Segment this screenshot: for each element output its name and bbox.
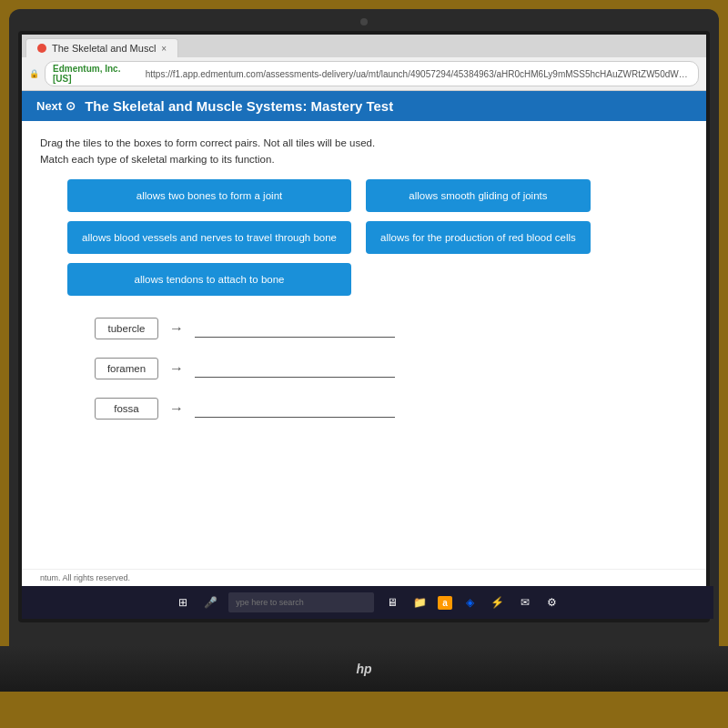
tile-tendons[interactable]: allows tendons to attach to bone xyxy=(67,263,351,296)
camera-dot xyxy=(360,18,368,25)
match-arrow-foramen: → xyxy=(169,360,184,377)
next-button[interactable]: Next ⊙ xyxy=(36,99,76,113)
screen-bezel: The Skeletal and Muscl × 🔒 Edmentum, Inc… xyxy=(18,31,710,622)
url-input[interactable]: Edmentum, Inc. [US] https://f1.app.edmen… xyxy=(45,61,699,86)
instruction-line1: Drag the tiles to the boxes to form corr… xyxy=(40,137,688,148)
tiles-container: allows two bones to form a joint allows … xyxy=(67,179,688,296)
app-header: Next ⊙ The Skeletal and Muscle Systems: … xyxy=(22,91,706,121)
match-row-tubercle: tubercle → xyxy=(95,318,688,339)
browser-tab-active[interactable]: The Skeletal and Muscl × xyxy=(25,38,178,57)
match-label-foramen: foramen xyxy=(95,358,158,379)
left-tiles-column: allows two bones to form a joint allows … xyxy=(67,179,351,296)
instruction-line2: Match each type of skeletal marking to i… xyxy=(40,154,688,165)
match-label-tubercle: tubercle xyxy=(95,318,158,339)
match-row-foramen: foramen → xyxy=(95,358,688,379)
taskbar-settings-icon[interactable]: ⚙ xyxy=(543,593,561,612)
match-arrow-tubercle: → xyxy=(169,320,184,337)
tile-smooth-gliding[interactable]: allows smooth gliding of joints xyxy=(366,179,591,212)
match-label-fossa: fossa xyxy=(95,398,158,420)
taskbar-browser-icon[interactable]: 🖥 xyxy=(383,593,401,612)
taskbar-email-icon[interactable]: ✉ xyxy=(516,593,534,612)
tab-favicon xyxy=(37,44,46,53)
browser-tabs: The Skeletal and Muscl × xyxy=(22,35,706,57)
match-row-fossa: fossa → xyxy=(95,398,688,420)
match-arrow-fossa: → xyxy=(169,400,184,417)
taskbar-bolt-icon[interactable]: ⚡ xyxy=(489,593,507,612)
match-area: tubercle → foramen → fossa → xyxy=(95,318,688,420)
tile-blood-vessels[interactable]: allows blood vessels and nerves to trave… xyxy=(67,221,351,254)
tile-red-blood-cells[interactable]: allows for the production of red blood c… xyxy=(366,221,591,254)
tab-title: The Skeletal and Muscl xyxy=(52,43,156,54)
lock-icon: 🔒 xyxy=(29,69,39,78)
page-title: The Skeletal and Muscle Systems: Mastery… xyxy=(85,98,393,114)
hp-logo: hp xyxy=(356,662,371,676)
taskbar-search-input[interactable] xyxy=(228,592,374,612)
taskbar-dropbox-icon[interactable]: ◈ xyxy=(461,593,480,612)
main-content: Drag the tiles to the boxes to form corr… xyxy=(22,121,706,569)
taskbar-windows-icon[interactable]: ⊞ xyxy=(174,593,192,612)
url-text: https://f1.app.edmentum.com/assessments-… xyxy=(146,69,691,79)
laptop-outer: The Skeletal and Muscl × 🔒 Edmentum, Inc… xyxy=(9,9,719,646)
match-drop-foramen[interactable] xyxy=(195,359,395,378)
match-drop-tubercle[interactable] xyxy=(195,319,395,338)
tile-two-bones[interactable]: allows two bones to form a joint xyxy=(67,179,351,212)
right-tiles-column: allows smooth gliding of joints allows f… xyxy=(366,179,591,296)
page-footer: ntum. All rights reserved. xyxy=(22,569,706,586)
screen: The Skeletal and Muscl × 🔒 Edmentum, Inc… xyxy=(22,35,706,586)
next-label: Next xyxy=(36,99,62,113)
next-icon: ⊙ xyxy=(66,99,76,113)
tab-close-icon[interactable]: × xyxy=(161,44,167,54)
browser-url-bar: 🔒 Edmentum, Inc. [US] https://f1.app.edm… xyxy=(22,57,706,90)
match-drop-fossa[interactable] xyxy=(195,399,395,418)
browser-chrome: The Skeletal and Muscl × 🔒 Edmentum, Inc… xyxy=(22,35,706,91)
taskbar-folder-icon[interactable]: 📁 xyxy=(410,593,429,612)
laptop-base: hp xyxy=(0,646,728,692)
taskbar-amazon-icon[interactable]: a xyxy=(438,596,452,610)
footer-copyright: ntum. All rights reserved. xyxy=(40,573,130,582)
site-label: Edmentum, Inc. [US] xyxy=(53,64,142,84)
taskbar: ⊞ 🎤 🖥 📁 a ◈ ⚡ ✉ ⚙ xyxy=(22,586,713,619)
taskbar-cortana-icon[interactable]: 🎤 xyxy=(201,593,219,612)
